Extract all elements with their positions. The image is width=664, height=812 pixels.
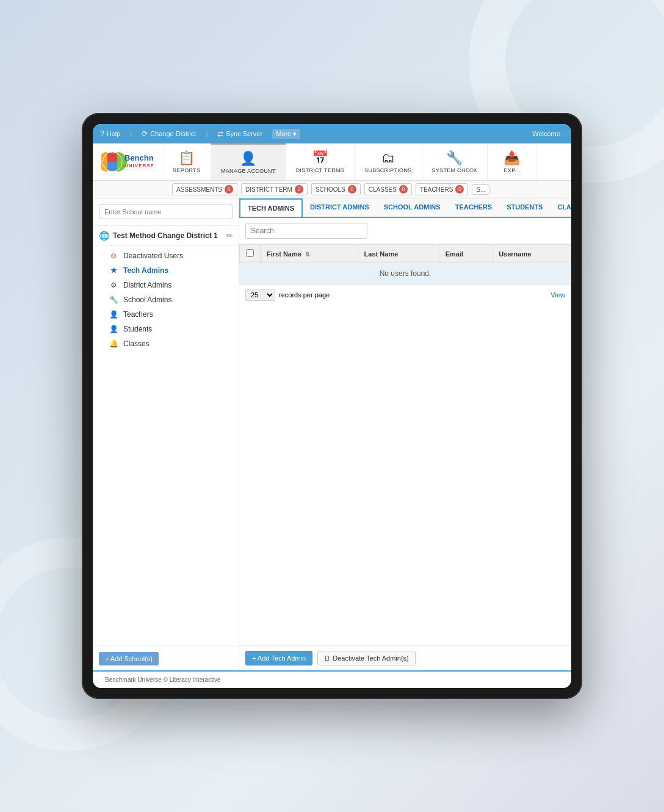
tech-admins-icon: ★ <box>109 266 118 275</box>
tablet-screen: ? Help | ⟳ Change District | ⇄ Sync Serv… <box>93 124 571 688</box>
district-globe-icon: 🌐 <box>99 231 109 241</box>
edit-district-icon[interactable]: ✏ <box>226 231 233 240</box>
content-search-area <box>239 218 571 244</box>
more-menu[interactable]: More ▾ <box>272 129 300 139</box>
logo-badge: Benchmark UNIVERSE <box>101 150 153 174</box>
badge-classes[interactable]: CLASSES 0 <box>364 183 412 195</box>
help-link[interactable]: ? Help <box>100 129 120 138</box>
deactivate-button[interactable]: 🗋 Deactivate Tech Admin(s) <box>317 651 416 665</box>
logo-area: Benchmark UNIVERSE <box>93 143 162 180</box>
add-tech-admin-button[interactable]: + Add Tech Admin <box>245 651 312 665</box>
tablet-frame: ? Help | ⟳ Change District | ⇄ Sync Serv… <box>82 113 582 699</box>
tab-teachers[interactable]: TEACHERS <box>448 198 500 218</box>
nav-system-check[interactable]: 🔧 SYSTEM CHECK <box>422 143 488 180</box>
sidebar-item-students[interactable]: 👤 Students <box>93 322 239 336</box>
footer-text: Benchmark Universe © Literacy Interactiv… <box>105 676 221 683</box>
district-term-count: 0 <box>295 185 303 194</box>
action-bar: + Add Tech Admin 🗋 Deactivate Tech Admin… <box>239 645 571 670</box>
tab-classes[interactable]: CLASSES <box>550 198 571 218</box>
classes-icon: 🔔 <box>109 339 118 348</box>
pagination-bar: 25 50 100 records per page View <box>239 285 571 305</box>
badge-teachers[interactable]: TEACHERS 0 <box>416 183 468 195</box>
logo-svg: Benchmark UNIVERSE <box>101 150 153 174</box>
nav-reports[interactable]: 📋 REPORTS <box>162 143 211 180</box>
change-district-link[interactable]: ⟳ Change District <box>142 129 196 138</box>
teachers-label: Teachers <box>123 310 153 319</box>
reports-icon: 📋 <box>178 150 195 166</box>
sidebar-item-classes[interactable]: 🔔 Classes <box>93 336 239 351</box>
header: Benchmark UNIVERSE 📋 REPORTS 👤 MANAGE AC… <box>93 143 571 181</box>
sidebar-search-area <box>93 198 239 226</box>
sidebar-item-tech-admins[interactable]: ★ Tech Admins <box>93 263 239 278</box>
top-bar: ? Help | ⟳ Change District | ⇄ Sync Serv… <box>93 124 571 143</box>
badge-students[interactable]: S... <box>472 184 489 195</box>
sidebar: 🌐 Test Method Change District 1 ✏ ⊖ Deac… <box>93 198 239 670</box>
add-school-button[interactable]: + Add School(s) <box>99 652 159 665</box>
sidebar-district: 🌐 Test Method Change District 1 ✏ <box>93 226 239 246</box>
students-icon: 👤 <box>109 325 118 333</box>
teachers-count: 0 <box>455 185 464 194</box>
tabs: TECH ADMINS DISTRICT ADMINS SCHOOL ADMIN… <box>239 198 571 218</box>
svg-text:Benchmark: Benchmark <box>125 153 153 162</box>
nav-icons: 📋 REPORTS 👤 MANAGE ACCOUNT 📅 DISTRICT TE… <box>162 143 536 180</box>
badge-district-term[interactable]: DISTRICT TERM 0 <box>241 183 308 195</box>
content-search-input[interactable] <box>245 223 367 239</box>
select-all-checkbox[interactable] <box>246 249 254 257</box>
sidebar-item-teachers[interactable]: 👤 Teachers <box>93 307 239 322</box>
district-admins-icon: ⚙ <box>109 281 118 289</box>
sidebar-item-deactivated[interactable]: ⊖ Deactivated Users <box>93 248 239 263</box>
nav-district-terms[interactable]: 📅 DISTRICT TERMS <box>286 143 355 180</box>
school-admins-label: School Admins <box>123 295 171 304</box>
school-search-input[interactable] <box>99 205 233 219</box>
sync-icon: ⇄ <box>217 129 223 138</box>
deactivated-icon: ⊖ <box>109 252 118 260</box>
classes-count: 0 <box>399 185 408 194</box>
sidebar-footer: + Add School(s) <box>93 647 239 670</box>
nav-subscriptions[interactable]: 🗂 SUBSCRIPTIONS <box>355 143 422 180</box>
sync-server-link[interactable]: ⇄ Sync Server <box>217 129 262 138</box>
username-th: Username <box>493 245 571 263</box>
badge-assessments[interactable]: ASSESSMENTS 0 <box>172 183 237 195</box>
last-name-th: Last Name <box>358 245 439 263</box>
teachers-icon: 👤 <box>109 310 118 319</box>
district-admins-label: District Admins <box>123 281 171 289</box>
users-table: First Name ⇅ Last Name Email Username No… <box>239 244 571 285</box>
first-name-sort-icon: ⇅ <box>305 252 310 258</box>
nav-export[interactable]: 📤 EXP... <box>488 143 536 180</box>
district-terms-icon: 📅 <box>312 150 328 166</box>
district-terms-label: DISTRICT TERMS <box>296 167 344 173</box>
deactivated-label: Deactivated Users <box>123 252 183 260</box>
svg-text:UNIVERSE: UNIVERSE <box>125 163 153 169</box>
reports-label: REPORTS <box>173 167 200 173</box>
badge-schools[interactable]: SCHOOLS 0 <box>311 183 361 195</box>
assessments-count: 0 <box>225 185 233 194</box>
nav-manage-account[interactable]: 👤 MANAGE ACCOUNT <box>211 143 286 180</box>
main-content: 🌐 Test Method Change District 1 ✏ ⊖ Deac… <box>93 198 571 670</box>
export-label: EXP... <box>504 167 520 173</box>
help-icon: ? <box>100 129 104 138</box>
classes-label: Classes <box>123 339 150 348</box>
manage-account-label: MANAGE ACCOUNT <box>221 168 276 174</box>
badge-row: ASSESSMENTS 0 DISTRICT TERM 0 SCHOOLS 0 … <box>93 181 571 198</box>
sidebar-menu: ⊖ Deactivated Users ★ Tech Admins ⚙ Dist… <box>93 246 239 353</box>
sidebar-item-school-admins[interactable]: 🔧 School Admins <box>93 292 239 307</box>
subscriptions-icon: 🗂 <box>381 150 395 166</box>
empty-message: No users found. <box>240 263 571 285</box>
subscriptions-label: SUBSCRIPTIONS <box>364 167 411 173</box>
students-label: Students <box>123 325 152 333</box>
select-all-th <box>240 245 261 263</box>
tech-admins-label: Tech Admins <box>123 266 168 275</box>
tab-school-admins[interactable]: SCHOOL ADMINS <box>377 198 448 218</box>
welcome-text: Welcome : <box>532 130 564 137</box>
table-header-row: First Name ⇅ Last Name Email Username <box>240 245 571 263</box>
email-th: Email <box>439 245 492 263</box>
tab-students[interactable]: STUDENTS <box>499 198 550 218</box>
per-page-select[interactable]: 25 50 100 <box>245 289 275 301</box>
manage-account-icon: 👤 <box>240 151 256 167</box>
view-link[interactable]: View <box>550 291 565 299</box>
sidebar-item-district-admins[interactable]: ⚙ District Admins <box>93 278 239 292</box>
system-check-icon: 🔧 <box>446 150 463 166</box>
first-name-th[interactable]: First Name ⇅ <box>261 245 358 263</box>
tab-district-admins[interactable]: DISTRICT ADMINS <box>303 198 377 218</box>
tab-tech-admins[interactable]: TECH ADMINS <box>239 198 303 218</box>
